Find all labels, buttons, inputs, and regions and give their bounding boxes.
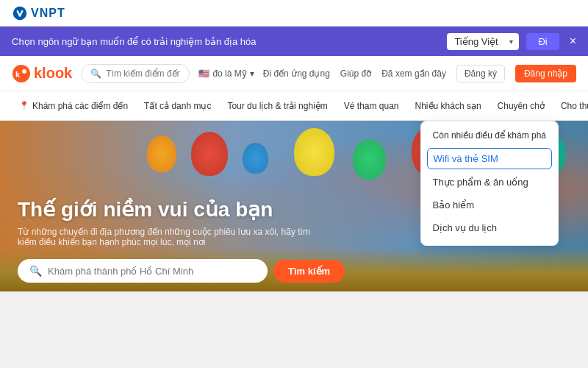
balloon-1 — [147, 135, 176, 172]
dropdown-travel-service-label: Dịch vụ du lịch — [433, 222, 498, 233]
cat-nav-explore[interactable]: 📍 Khám phá các điểm đến — [12, 95, 135, 117]
cat-nav-tours[interactable]: Tour du lịch & trải nghiệm — [220, 95, 334, 117]
search-input[interactable] — [106, 68, 180, 79]
hero-title: Thế giới niềm vui của bạn — [18, 197, 326, 222]
klook-logo-icon: k — [12, 64, 31, 83]
register-button[interactable]: Đăng ký — [456, 65, 505, 82]
klook-logo-text: klook — [34, 65, 72, 82]
cat-nav-rental-label: Cho thuê xe — [561, 101, 588, 111]
balloon-2 — [191, 132, 228, 176]
hero-search-box[interactable]: 🔍 — [18, 259, 268, 283]
hero-text-block: Thế giới niềm vui của bạn Từ những chuyế… — [18, 197, 326, 247]
dropdown-food-label: Thực phẩm & ăn uống — [433, 177, 528, 188]
nav-app-link[interactable]: Đi đến ứng dụng — [263, 68, 330, 79]
dropdown-item-food[interactable]: Thực phẩm & ăn uống — [421, 171, 558, 194]
svg-point-0 — [13, 6, 26, 19]
klook-navbar: k klook 🔍 🇺🇸 đo là Mỹ ▾ Đi đến ứng dụng … — [0, 56, 588, 91]
lang-close-button[interactable]: × — [570, 35, 576, 48]
cat-nav-all-label: Tất cả danh mục — [144, 101, 211, 111]
search-icon: 🔍 — [90, 68, 101, 79]
nav-links: Đi đến ứng dụng Giúp đỡ Đã xem gần đây Đ… — [263, 65, 576, 82]
dropdown-menu: Còn nhiều điều để khám phá Wifi và thẻ S… — [420, 121, 559, 246]
hero-search-button[interactable]: Tìm kiếm — [273, 260, 345, 283]
cat-nav-explore-label: Khám phá các điểm đến — [32, 101, 128, 111]
search-box[interactable]: 🔍 — [81, 64, 190, 83]
klook-logo[interactable]: k klook — [12, 64, 72, 83]
vnpt-topbar: VNPT — [0, 0, 588, 26]
dropdown-item-wifi[interactable]: Wifi và thẻ SIM — [427, 148, 552, 169]
balloon-4 — [294, 128, 334, 176]
language-select[interactable]: Tiếng Việt English — [447, 33, 519, 50]
dropdown-insurance-label: Bảo hiểm — [433, 199, 474, 210]
cat-nav-hotels[interactable]: Nhiều khách sạn — [408, 95, 489, 117]
country-label: đo là Mỹ — [212, 68, 246, 79]
cat-nav-tickets[interactable]: Vé tham quan — [337, 95, 406, 117]
category-navbar: 📍 Khám phá các điểm đến Tất cả danh mục … — [0, 91, 588, 121]
hero-search-area: 🔍 Tìm kiếm — [18, 259, 345, 283]
cat-nav-tours-label: Tour du lịch & trải nghiệm — [227, 101, 327, 111]
cat-nav-hotels-label: Nhiều khách sạn — [415, 101, 481, 111]
dropdown-item-travel-service[interactable]: Dịch vụ du lịch — [421, 216, 558, 239]
pin-icon: 📍 — [19, 101, 29, 110]
svg-point-3 — [22, 69, 26, 74]
balloon-5 — [353, 139, 386, 180]
cat-nav-all[interactable]: Tất cả danh mục — [137, 95, 218, 117]
flag-icon: 🇺🇸 — [198, 68, 209, 79]
flag-selector[interactable]: 🇺🇸 đo là Mỹ ▾ — [198, 68, 254, 79]
nav-wishlist-link[interactable]: Đã xem gần đây — [381, 68, 446, 79]
lang-select-wrapper: Tiếng Việt English ▾ — [447, 33, 519, 50]
hero-search-icon: 🔍 — [29, 265, 42, 277]
flag-chevron-icon: ▾ — [250, 68, 254, 79]
cat-nav-transport[interactable]: Chuyên chở — [490, 95, 552, 117]
svg-text:k: k — [15, 70, 21, 79]
lang-go-button[interactable]: Đi — [526, 33, 559, 50]
cat-nav-rental[interactable]: Cho thuê xe — [553, 95, 588, 117]
language-banner: Chọn ngôn ngữ bạn muốn để có trải nghiệm… — [0, 26, 588, 56]
hero-search-input[interactable] — [48, 266, 256, 277]
login-button[interactable]: Đăng nhập — [515, 65, 576, 82]
cat-nav-tickets-label: Vé tham quan — [344, 101, 399, 111]
nav-help-link[interactable]: Giúp đỡ — [340, 68, 371, 79]
vnpt-logo-text: VNPT — [31, 7, 65, 20]
balloon-3 — [243, 143, 268, 174]
dropdown-wifi-label: Wifi và thẻ SIM — [434, 153, 498, 164]
lang-banner-message: Chọn ngôn ngữ bạn muốn để có trải nghiệm… — [12, 36, 440, 47]
vnpt-logo[interactable]: VNPT — [12, 5, 65, 21]
dropdown-header: Còn nhiều điều để khám phá — [421, 130, 558, 146]
hero-subtitle: Từ những chuyến đi địa phương đến những … — [18, 227, 326, 247]
cat-nav-transport-label: Chuyên chở — [498, 101, 545, 111]
vnpt-logo-icon — [12, 5, 28, 21]
dropdown-item-insurance[interactable]: Bảo hiểm — [421, 194, 558, 216]
